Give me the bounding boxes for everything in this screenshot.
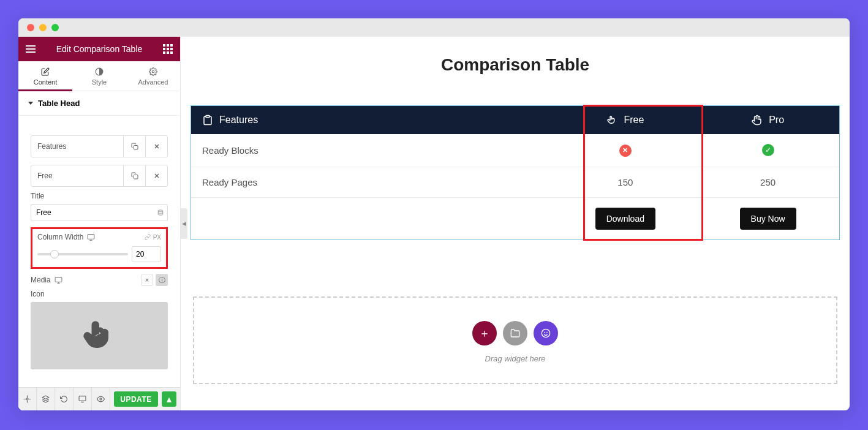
svg-rect-9 <box>88 234 94 239</box>
svg-rect-2 <box>134 146 138 150</box>
caret-down-icon <box>28 102 33 105</box>
desktop-icon[interactable] <box>55 276 62 284</box>
table-row: Ready Blocks ✕ ✓ <box>191 134 839 167</box>
buy-now-button[interactable]: Buy Now <box>740 208 796 230</box>
folder-icon <box>510 328 520 338</box>
svg-rect-20 <box>206 116 209 118</box>
hand-icon <box>752 115 763 126</box>
th-free: Free <box>554 106 696 134</box>
desktop-icon[interactable] <box>87 233 95 241</box>
unit-px[interactable]: PX <box>153 234 161 241</box>
drop-zone[interactable]: ＋ Drag widget here <box>193 296 837 384</box>
svg-rect-17 <box>79 396 86 401</box>
history-button[interactable] <box>55 388 74 410</box>
minimize-window-button[interactable] <box>39 24 47 31</box>
pointer-icon <box>81 317 118 354</box>
title-input[interactable] <box>31 204 153 221</box>
responsive-button[interactable] <box>74 388 92 410</box>
link-icon[interactable] <box>145 234 151 240</box>
svg-point-23 <box>546 331 548 333</box>
navigator-button[interactable] <box>37 388 55 410</box>
settings-button[interactable] <box>18 388 37 410</box>
clear-media-button[interactable]: × <box>141 274 153 286</box>
gear-icon <box>149 67 157 76</box>
add-template-button[interactable] <box>503 321 527 345</box>
svg-point-19 <box>100 398 102 400</box>
collapse-sidebar-button[interactable]: ◀ <box>180 208 187 239</box>
add-section-button[interactable]: ＋ <box>472 321 497 345</box>
section-label: Table Head <box>38 99 80 108</box>
comparison-table-widget[interactable]: Features Free Pro <box>191 105 840 240</box>
svg-point-8 <box>158 210 163 212</box>
editor-sidebar: Edit Comparison Table Content Style Adva… <box>18 37 181 410</box>
th-label: Features <box>219 115 258 126</box>
pointer-icon <box>606 115 617 126</box>
face-icon <box>541 328 551 338</box>
update-options-button[interactable]: ▴ <box>162 391 176 407</box>
svg-point-21 <box>542 329 549 337</box>
app-window: Edit Comparison Table Content Style Adva… <box>18 18 850 410</box>
preview-button[interactable] <box>92 388 110 410</box>
tab-style[interactable]: Style <box>72 61 126 91</box>
dynamic-button[interactable] <box>153 204 168 221</box>
th-label: Free <box>624 115 644 126</box>
cell-pro: ✓ <box>696 134 839 167</box>
canvas: Comparison Table Features Free <box>181 37 850 410</box>
page-title: Comparison Table <box>187 55 843 75</box>
maximize-window-button[interactable] <box>51 24 59 31</box>
column-width-label: Column Width <box>37 233 83 241</box>
tab-content-label: Content <box>34 78 58 86</box>
column-width-highlight: Column Width PX <box>31 227 168 269</box>
column-width-input[interactable] <box>132 246 161 262</box>
table-row: Ready Pages 150 250 <box>191 167 839 197</box>
th-pro: Pro <box>696 106 839 134</box>
svg-point-1 <box>152 70 154 73</box>
duplicate-button[interactable] <box>123 165 145 186</box>
menu-icon[interactable] <box>26 45 36 53</box>
icon-picker[interactable] <box>31 302 168 369</box>
tab-advanced-label: Advanced <box>138 78 168 86</box>
remove-button[interactable] <box>145 136 167 157</box>
sidebar-header: Edit Comparison Table <box>18 37 180 61</box>
contrast-icon <box>95 67 104 76</box>
drop-hint: Drag widget here <box>206 354 824 363</box>
clipboard-icon <box>202 115 213 126</box>
th-features: Features <box>191 106 554 134</box>
svg-point-22 <box>544 331 545 333</box>
sidebar-title: Edit Comparison Table <box>56 44 143 54</box>
svg-point-15 <box>26 398 28 400</box>
cell-free: 150 <box>554 167 696 197</box>
apps-icon[interactable] <box>163 44 173 54</box>
tab-content[interactable]: Content <box>18 61 72 91</box>
comparison-table: Features Free Pro <box>191 106 839 240</box>
duplicate-button[interactable] <box>123 136 145 157</box>
column-item-free[interactable]: Free <box>31 165 168 187</box>
slider-thumb[interactable] <box>50 250 59 258</box>
media-info-button[interactable]: ⓘ <box>156 274 168 286</box>
cell-feature: Ready Pages <box>191 167 554 197</box>
close-window-button[interactable] <box>27 24 34 31</box>
download-button[interactable]: Download <box>595 208 655 230</box>
column-item-features[interactable]: Features <box>31 135 168 157</box>
x-icon: ✕ <box>619 145 632 157</box>
icon-label: Icon <box>31 290 168 298</box>
title-label: Title <box>31 192 168 200</box>
mac-titlebar <box>18 18 850 37</box>
update-button[interactable]: UPDATE <box>114 391 158 407</box>
table-row: Download Buy Now <box>191 197 839 240</box>
remove-button[interactable] <box>145 165 167 186</box>
add-global-button[interactable] <box>534 321 558 345</box>
section-table-head[interactable]: Table Head <box>18 91 180 116</box>
cell-pro: 250 <box>696 167 839 197</box>
sidebar-tabs: Content Style Advanced <box>18 61 180 91</box>
panel-body: Features Free Title C <box>18 116 180 387</box>
column-width-slider[interactable] <box>37 253 128 255</box>
cell-feature: Ready Blocks <box>191 134 554 167</box>
tab-style-label: Style <box>92 78 107 86</box>
column-item-label: Free <box>31 165 123 186</box>
pencil-icon <box>41 67 50 76</box>
cell-pro: Buy Now <box>696 197 839 240</box>
tab-advanced[interactable]: Advanced <box>126 61 180 91</box>
cell-free: Download <box>554 197 696 240</box>
column-item-label: Features <box>31 136 123 157</box>
